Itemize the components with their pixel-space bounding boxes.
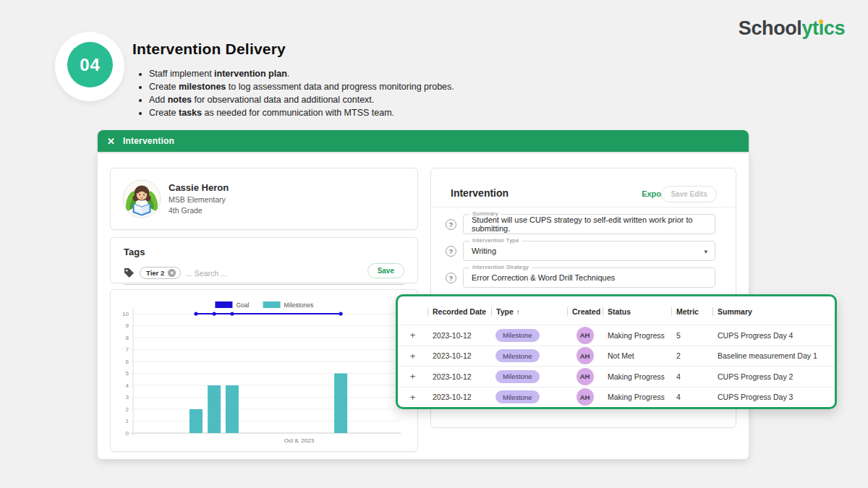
milestone-bar [190, 409, 203, 433]
legend-swatch [263, 301, 281, 308]
sort-asc-icon: ↑ [516, 308, 520, 316]
type-field-label: Intervention Type [469, 238, 522, 244]
avatar: AH [576, 388, 594, 406]
bullet-item: Staff implement intervention plan. [149, 67, 454, 80]
avatar: AH [576, 347, 594, 364]
chevron-down-icon[interactable]: ▾ [704, 248, 707, 255]
column-header-status[interactable]: Status [603, 307, 671, 316]
cell-type: Milestone [491, 349, 567, 362]
type-pill: Milestone [495, 349, 540, 362]
student-school: MSB Elementary [169, 195, 229, 204]
cell-summary: CUPS Progress Day 3 [712, 393, 835, 401]
step-badge: 04 [55, 32, 124, 101]
column-label: Recorded Date [433, 307, 486, 316]
save-edits-button[interactable]: Save Edits [661, 186, 717, 202]
milestone-bar [334, 374, 347, 434]
svg-text:9: 9 [126, 322, 129, 329]
cell-type: Milestone [491, 370, 567, 383]
svg-text:Goal: Goal [236, 301, 249, 309]
column-header-summary[interactable]: Summary [712, 307, 835, 316]
expand-row-button[interactable]: + [398, 351, 427, 361]
tags-search-input[interactable] [186, 269, 367, 278]
student-info: Cassie Heron MSB Elementary 4th Grade [169, 182, 229, 215]
type-field-value: Writing [472, 247, 496, 255]
column-label: Metric [676, 307, 699, 316]
cell-summary: CUPS Progress Day 4 [712, 331, 835, 340]
expand-row-button[interactable]: + [398, 392, 427, 403]
svg-text:1: 1 [126, 418, 129, 424]
tag-chip-tier2[interactable]: Tier 2 ✕ [140, 267, 181, 279]
logo-dot-icon [819, 20, 823, 24]
cell-type: Milestone [491, 390, 567, 403]
milestones-table: Recorded DateType↑Created ByStatusMetric… [396, 294, 837, 409]
column-label: Type [496, 307, 514, 316]
svg-text:4: 4 [126, 382, 129, 389]
expand-row-button[interactable]: + [398, 330, 427, 341]
cell-status: Making Progress [603, 372, 671, 381]
table-header-row: Recorded DateType↑Created ByStatusMetric… [398, 299, 835, 325]
strategy-field-label: Intervention Strategy [469, 265, 532, 270]
intervention-type-select[interactable]: Intervention Type Writing ▾ [463, 241, 715, 261]
goal-point [194, 312, 197, 315]
column-header-type[interactable]: Type↑ [491, 307, 567, 316]
column-header-metric[interactable]: Metric [671, 307, 712, 316]
column-header-created_by[interactable]: Created By [567, 307, 603, 316]
table-row[interactable]: +2023-10-12MilestoneAHMaking Progress4CU… [398, 387, 835, 408]
cell-status: Making Progress [603, 331, 671, 340]
goal-point [339, 312, 343, 315]
table-row[interactable]: +2023-10-12MilestoneAHNot Met2Baseline m… [398, 346, 835, 367]
type-pill: Milestone [495, 390, 540, 403]
expand-row-button[interactable]: + [398, 371, 427, 382]
legend-swatch [215, 301, 232, 308]
column-label: Summary [718, 307, 752, 316]
cell-recorded-date: 2023-10-12 [427, 393, 491, 401]
cell-summary: Baseline measurement Day 1 [712, 351, 835, 360]
milestone-bar [226, 385, 239, 433]
chip-remove-icon[interactable]: ✕ [168, 269, 176, 277]
summary-field[interactable]: Summary Student will use CUPS strategy t… [463, 214, 715, 234]
svg-text:8: 8 [126, 335, 129, 341]
svg-text:10: 10 [122, 311, 129, 317]
bullet-item: Create tasks as needed for communication… [149, 106, 454, 119]
cell-created-by: AH [567, 347, 603, 364]
column-label: Created By [572, 307, 603, 316]
avatar: AH [576, 327, 594, 344]
goal-point [230, 312, 234, 315]
summary-field-value: Student will use CUPS strategy to self-e… [472, 215, 697, 233]
svg-text:0: 0 [126, 430, 129, 437]
strategy-field-row: ? Intervention Strategy Error Correction… [446, 267, 715, 288]
table-row[interactable]: +2023-10-12MilestoneAHMaking Progress5CU… [398, 325, 835, 346]
table-row[interactable]: +2023-10-12MilestoneAHMaking Progress4CU… [398, 366, 835, 387]
cell-recorded-date: 2023-10-12 [427, 372, 491, 381]
column-header-date[interactable]: Recorded Date [427, 307, 491, 316]
cell-recorded-date: 2023-10-12 [427, 351, 491, 360]
panel-divider [431, 207, 736, 207]
avatar: AH [576, 368, 594, 385]
help-icon[interactable]: ? [446, 246, 456, 257]
tags-card: Tags Tier 2 ✕ Save [110, 237, 418, 283]
logo-text-gray: School [739, 17, 802, 39]
svg-text:5: 5 [126, 370, 129, 377]
help-icon[interactable]: ? [446, 273, 456, 283]
bullet-list: Staff implement intervention plan.Create… [149, 67, 454, 119]
close-icon[interactable]: ✕ [107, 137, 115, 146]
strategy-field[interactable]: Intervention Strategy Error Correction &… [463, 267, 715, 288]
type-field-row: ? Intervention Type Writing ▾ [446, 241, 715, 261]
slide: 04 Intervention Delivery Staff implement… [0, 0, 868, 488]
bullet-item: Add notes for observational data and add… [149, 93, 454, 106]
page-title: Intervention Delivery [132, 40, 286, 58]
column-label: Status [608, 307, 631, 316]
cell-created-by: AH [567, 368, 603, 385]
student-card: Cassie Heron MSB Elementary 4th Grade [110, 168, 418, 230]
svg-text:Milestones: Milestones [284, 301, 314, 309]
goal-point [213, 312, 216, 315]
tags-input-row: Tier 2 ✕ Save [124, 262, 404, 285]
student-avatar [122, 179, 161, 218]
cell-status: Making Progress [603, 393, 671, 401]
help-icon[interactable]: ? [446, 219, 456, 230]
modal-title: Intervention [123, 136, 174, 146]
cell-metric: 2 [671, 351, 712, 360]
cell-metric: 4 [671, 372, 712, 381]
tags-save-button[interactable]: Save [367, 263, 404, 278]
tag-chip-label: Tier 2 [146, 269, 164, 277]
